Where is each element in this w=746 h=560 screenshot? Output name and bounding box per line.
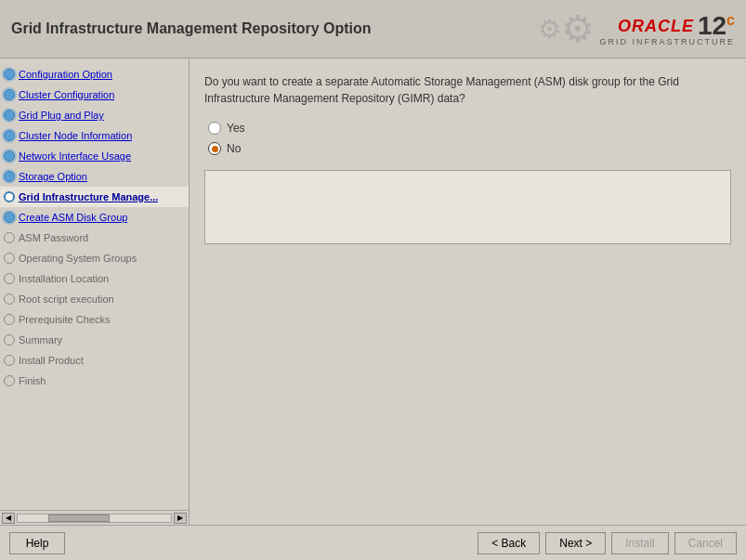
sidebar-item-label: Root script execution <box>19 293 114 305</box>
radio-yes-item[interactable]: Yes <box>208 122 731 135</box>
footer: Help < Back Next > Install Cancel <box>0 525 746 560</box>
sidebar-dot <box>4 150 15 162</box>
sidebar-item[interactable]: Grid Plug and Play <box>0 105 189 125</box>
sidebar-dot <box>4 253 15 264</box>
sidebar-dot <box>4 191 15 202</box>
sidebar-item[interactable]: Storage Option <box>0 166 189 187</box>
sidebar-item[interactable]: Configuration Option <box>0 64 189 85</box>
content-area: Do you want to create a separate Automat… <box>190 59 746 525</box>
sidebar-item-label: ASM Password <box>19 232 88 243</box>
footer-right-buttons: < Back Next > Install Cancel <box>478 532 737 554</box>
sidebar-item-label: Installation Location <box>19 273 109 284</box>
radio-yes-label: Yes <box>227 122 245 135</box>
sidebar-item-label: Configuration Option <box>19 69 112 80</box>
sidebar-dot <box>4 334 15 345</box>
sidebar-dot <box>4 130 15 141</box>
sidebar-dot <box>4 110 15 121</box>
radio-yes-circle <box>208 122 221 135</box>
sidebar-item: Prerequisite Checks <box>0 309 189 330</box>
help-button[interactable]: Help <box>9 532 65 554</box>
sidebar-item[interactable]: Grid Infrastructure Manage... <box>0 187 189 207</box>
back-button[interactable]: < Back <box>478 532 540 554</box>
sidebar-item[interactable]: Cluster Node Information <box>0 125 189 146</box>
sidebar-item-label: Storage Option <box>19 171 87 182</box>
scroll-left-arrow[interactable]: ◀ <box>2 513 15 524</box>
sidebar-dot <box>4 293 15 305</box>
sidebar-item-label: Install Product <box>19 355 84 366</box>
sidebar-dot <box>4 171 15 182</box>
sidebar-dot <box>4 69 15 80</box>
sidebar-item: Root script execution <box>0 289 189 309</box>
sidebar-item-label: Prerequisite Checks <box>19 314 110 325</box>
next-button[interactable]: Next > <box>545 532 606 554</box>
radio-no-item[interactable]: No <box>208 142 731 155</box>
sidebar-item-label: Operating System Groups <box>19 253 137 264</box>
sidebar-item-label: Grid Plug and Play <box>19 110 104 121</box>
header-title: Grid Infrastructure Management Repositor… <box>11 20 372 37</box>
sidebar-dot <box>4 232 15 243</box>
sidebar-scrollbar: ◀ ▶ <box>0 510 189 525</box>
oracle-sup: c <box>726 12 735 28</box>
scroll-right-arrow[interactable]: ▶ <box>174 513 187 524</box>
scroll-track <box>17 514 172 523</box>
radio-no-inner <box>212 146 218 152</box>
cancel-button[interactable]: Cancel <box>674 532 737 554</box>
sidebar-item-label: Cluster Node Information <box>19 130 132 141</box>
sidebar-item-label: Finish <box>19 375 46 386</box>
sidebar-item-label: Cluster Configuration <box>19 89 114 100</box>
gear-icon-small: ⚙ <box>538 14 561 45</box>
sidebar: Configuration OptionCluster Configuratio… <box>0 59 190 525</box>
install-button[interactable]: Install <box>611 532 668 554</box>
sidebar-item[interactable]: Create ASM Disk Group <box>0 207 189 228</box>
sidebar-item[interactable]: Cluster Configuration <box>0 85 189 105</box>
scroll-thumb[interactable] <box>48 514 110 522</box>
oracle-text: ORACLE <box>618 17 694 36</box>
content-body: Do you want to create a separate Automat… <box>204 73 731 510</box>
content-textarea <box>204 170 731 244</box>
radio-no-circle <box>208 142 221 155</box>
sidebar-item[interactable]: Network Interface Usage <box>0 146 189 166</box>
gear-icons: ⚙ ⚙ <box>538 7 595 50</box>
sidebar-item: Install Product <box>0 350 189 371</box>
logo-area: ORACLE 12c GRID INFRASTRUCTURE <box>600 11 736 46</box>
sidebar-dot <box>4 273 15 284</box>
oracle-logo: ⚙ ⚙ ORACLE 12c GRID INFRASTRUCTURE <box>538 7 736 50</box>
oracle-subtitle: GRID INFRASTRUCTURE <box>600 37 736 46</box>
sidebar-dot <box>4 212 15 223</box>
gear-icon-large: ⚙ <box>561 7 595 50</box>
sidebar-item: Operating System Groups <box>0 248 189 268</box>
sidebar-item-label: Grid Infrastructure Manage... <box>19 191 158 202</box>
header: Grid Infrastructure Management Repositor… <box>0 0 746 59</box>
sidebar-item: ASM Password <box>0 228 189 248</box>
content-question: Do you want to create a separate Automat… <box>204 73 731 107</box>
sidebar-dot <box>4 355 15 366</box>
radio-group: Yes No <box>208 122 731 155</box>
sidebar-item: Installation Location <box>0 268 189 289</box>
main-container: Configuration OptionCluster Configuratio… <box>0 59 746 525</box>
sidebar-item: Finish <box>0 371 189 391</box>
sidebar-dot <box>4 314 15 325</box>
sidebar-item-label: Summary <box>19 334 62 345</box>
sidebar-dot <box>4 89 15 100</box>
sidebar-item: Summary <box>0 330 189 350</box>
sidebar-item-label: Network Interface Usage <box>19 150 131 162</box>
sidebar-dot <box>4 375 15 386</box>
sidebar-list: Configuration OptionCluster Configuratio… <box>0 59 189 510</box>
radio-no-label: No <box>227 142 241 155</box>
sidebar-item-label: Create ASM Disk Group <box>19 212 127 223</box>
